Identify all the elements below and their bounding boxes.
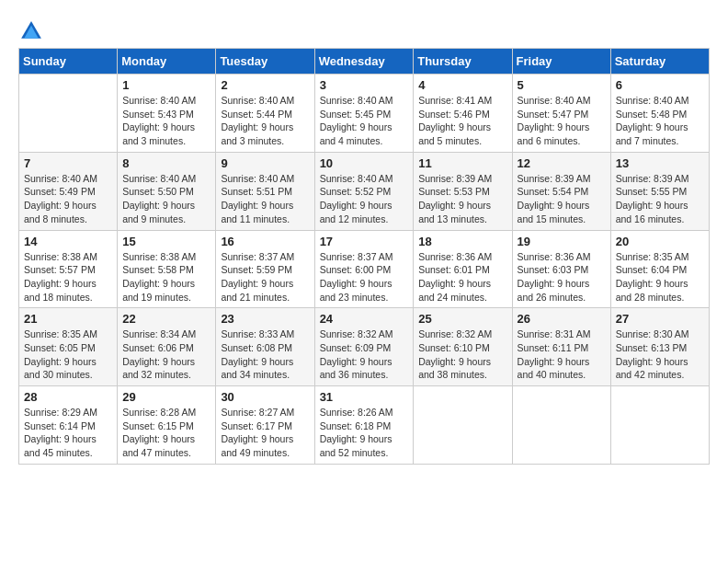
day-number: 1 — [122, 78, 210, 92]
day-number: 27 — [616, 312, 704, 326]
day-info: Sunrise: 8:33 AMSunset: 6:08 PMDaylight:… — [221, 327, 309, 382]
day-info: Sunrise: 8:40 AMSunset: 5:50 PMDaylight:… — [122, 172, 210, 226]
calendar-cell: 6Sunrise: 8:40 AMSunset: 5:48 PMDaylight… — [610, 75, 709, 153]
calendar-cell: 5Sunrise: 8:40 AMSunset: 5:47 PMDaylight… — [512, 75, 610, 153]
day-info: Sunrise: 8:39 AMSunset: 5:53 PMDaylight:… — [418, 172, 506, 226]
calendar-cell: 3Sunrise: 8:40 AMSunset: 5:45 PMDaylight… — [314, 75, 414, 153]
day-info: Sunrise: 8:40 AMSunset: 5:49 PMDaylight:… — [24, 172, 112, 226]
calendar-cell: 14Sunrise: 8:38 AMSunset: 5:57 PMDayligh… — [19, 230, 118, 308]
day-number: 19 — [518, 235, 606, 248]
calendar-cell: 12Sunrise: 8:39 AMSunset: 5:54 PMDayligh… — [512, 152, 610, 230]
day-info: Sunrise: 8:26 AMSunset: 6:18 PMDaylight:… — [320, 406, 409, 460]
calendar-cell: 7Sunrise: 8:40 AMSunset: 5:49 PMDaylight… — [19, 152, 118, 230]
calendar-week-row: 14Sunrise: 8:38 AMSunset: 5:57 PMDayligh… — [19, 230, 710, 308]
day-number: 16 — [221, 235, 309, 248]
weekday-header-friday: Friday — [512, 49, 610, 75]
day-number: 9 — [221, 156, 309, 170]
day-number: 26 — [518, 312, 606, 326]
weekday-header-tuesday: Tuesday — [216, 49, 314, 75]
day-number: 30 — [221, 390, 309, 404]
day-number: 10 — [320, 156, 409, 170]
calendar-cell: 9Sunrise: 8:40 AMSunset: 5:51 PMDaylight… — [216, 152, 314, 230]
day-number: 31 — [320, 390, 409, 404]
day-info: Sunrise: 8:40 AMSunset: 5:48 PMDaylight:… — [616, 94, 704, 148]
calendar-cell — [414, 386, 512, 465]
day-number: 13 — [616, 156, 704, 170]
weekday-header-saturday: Saturday — [610, 49, 709, 75]
day-info: Sunrise: 8:27 AMSunset: 6:17 PMDaylight:… — [221, 406, 309, 460]
day-info: Sunrise: 8:40 AMSunset: 5:52 PMDaylight:… — [320, 172, 409, 226]
day-number: 7 — [24, 156, 112, 170]
day-info: Sunrise: 8:35 AMSunset: 6:05 PMDaylight:… — [24, 327, 112, 382]
day-info: Sunrise: 8:41 AMSunset: 5:46 PMDaylight:… — [418, 94, 506, 148]
day-info: Sunrise: 8:38 AMSunset: 5:57 PMDaylight:… — [24, 250, 112, 304]
day-number: 4 — [418, 78, 506, 92]
weekday-header-thursday: Thursday — [414, 49, 512, 75]
day-info: Sunrise: 8:32 AMSunset: 6:10 PMDaylight:… — [418, 327, 506, 382]
day-info: Sunrise: 8:38 AMSunset: 5:58 PMDaylight:… — [122, 250, 210, 304]
calendar-cell: 28Sunrise: 8:29 AMSunset: 6:14 PMDayligh… — [19, 386, 118, 465]
calendar-cell: 22Sunrise: 8:34 AMSunset: 6:06 PMDayligh… — [118, 308, 216, 386]
calendar-cell: 27Sunrise: 8:30 AMSunset: 6:13 PMDayligh… — [610, 308, 709, 386]
calendar-cell: 30Sunrise: 8:27 AMSunset: 6:17 PMDayligh… — [216, 386, 314, 465]
calendar-cell: 17Sunrise: 8:37 AMSunset: 6:00 PMDayligh… — [314, 230, 414, 308]
day-number: 28 — [24, 390, 112, 404]
calendar-cell: 24Sunrise: 8:32 AMSunset: 6:09 PMDayligh… — [314, 308, 414, 386]
calendar-cell — [610, 386, 709, 465]
day-number: 29 — [122, 390, 210, 404]
calendar-cell: 11Sunrise: 8:39 AMSunset: 5:53 PMDayligh… — [414, 152, 512, 230]
calendar-cell — [512, 386, 610, 465]
day-number: 25 — [418, 312, 506, 326]
day-number: 5 — [518, 78, 606, 92]
day-number: 18 — [418, 235, 506, 248]
calendar-week-row: 7Sunrise: 8:40 AMSunset: 5:49 PMDaylight… — [19, 152, 710, 230]
calendar-week-row: 21Sunrise: 8:35 AMSunset: 6:05 PMDayligh… — [19, 308, 710, 386]
day-info: Sunrise: 8:40 AMSunset: 5:44 PMDaylight:… — [221, 94, 309, 148]
calendar-week-row: 28Sunrise: 8:29 AMSunset: 6:14 PMDayligh… — [19, 386, 710, 465]
day-info: Sunrise: 8:31 AMSunset: 6:11 PMDaylight:… — [518, 327, 606, 382]
calendar-cell: 31Sunrise: 8:26 AMSunset: 6:18 PMDayligh… — [314, 386, 414, 465]
calendar-week-row: 1Sunrise: 8:40 AMSunset: 5:43 PMDaylight… — [19, 75, 710, 153]
day-number: 15 — [122, 235, 210, 248]
calendar-cell: 21Sunrise: 8:35 AMSunset: 6:05 PMDayligh… — [19, 308, 118, 386]
day-number: 3 — [320, 78, 409, 92]
day-info: Sunrise: 8:39 AMSunset: 5:55 PMDaylight:… — [616, 172, 704, 226]
logo-icon — [18, 18, 44, 44]
day-number: 21 — [24, 312, 112, 326]
logo — [18, 18, 48, 44]
day-number: 20 — [616, 235, 704, 248]
calendar-cell: 4Sunrise: 8:41 AMSunset: 5:46 PMDaylight… — [414, 75, 512, 153]
calendar-cell: 26Sunrise: 8:31 AMSunset: 6:11 PMDayligh… — [512, 308, 610, 386]
day-info: Sunrise: 8:30 AMSunset: 6:13 PMDaylight:… — [616, 327, 704, 382]
day-info: Sunrise: 8:40 AMSunset: 5:45 PMDaylight:… — [320, 94, 409, 148]
calendar-cell: 20Sunrise: 8:35 AMSunset: 6:04 PMDayligh… — [610, 230, 709, 308]
day-info: Sunrise: 8:37 AMSunset: 5:59 PMDaylight:… — [221, 250, 309, 304]
day-number: 22 — [122, 312, 210, 326]
day-number: 12 — [518, 156, 606, 170]
day-info: Sunrise: 8:40 AMSunset: 5:47 PMDaylight:… — [518, 94, 606, 148]
day-number: 23 — [221, 312, 309, 326]
day-number: 24 — [320, 312, 409, 326]
day-info: Sunrise: 8:39 AMSunset: 5:54 PMDaylight:… — [518, 172, 606, 226]
calendar-cell: 29Sunrise: 8:28 AMSunset: 6:15 PMDayligh… — [118, 386, 216, 465]
day-number: 6 — [616, 78, 704, 92]
calendar-cell: 15Sunrise: 8:38 AMSunset: 5:58 PMDayligh… — [118, 230, 216, 308]
day-info: Sunrise: 8:37 AMSunset: 6:00 PMDaylight:… — [320, 250, 409, 304]
calendar-cell: 8Sunrise: 8:40 AMSunset: 5:50 PMDaylight… — [118, 152, 216, 230]
day-info: Sunrise: 8:28 AMSunset: 6:15 PMDaylight:… — [122, 406, 210, 460]
calendar-cell: 13Sunrise: 8:39 AMSunset: 5:55 PMDayligh… — [610, 152, 709, 230]
calendar-table: SundayMondayTuesdayWednesdayThursdayFrid… — [18, 48, 710, 465]
day-number: 2 — [221, 78, 309, 92]
calendar-cell: 18Sunrise: 8:36 AMSunset: 6:01 PMDayligh… — [414, 230, 512, 308]
calendar-cell — [19, 75, 118, 153]
day-info: Sunrise: 8:32 AMSunset: 6:09 PMDaylight:… — [320, 327, 409, 382]
day-number: 8 — [122, 156, 210, 170]
weekday-header-monday: Monday — [118, 49, 216, 75]
day-info: Sunrise: 8:36 AMSunset: 6:01 PMDaylight:… — [418, 250, 506, 304]
calendar-cell: 25Sunrise: 8:32 AMSunset: 6:10 PMDayligh… — [414, 308, 512, 386]
weekday-header-sunday: Sunday — [19, 49, 118, 75]
weekday-header-row: SundayMondayTuesdayWednesdayThursdayFrid… — [19, 49, 710, 75]
weekday-header-wednesday: Wednesday — [314, 49, 414, 75]
calendar-cell: 23Sunrise: 8:33 AMSunset: 6:08 PMDayligh… — [216, 308, 314, 386]
day-info: Sunrise: 8:35 AMSunset: 6:04 PMDaylight:… — [616, 250, 704, 304]
